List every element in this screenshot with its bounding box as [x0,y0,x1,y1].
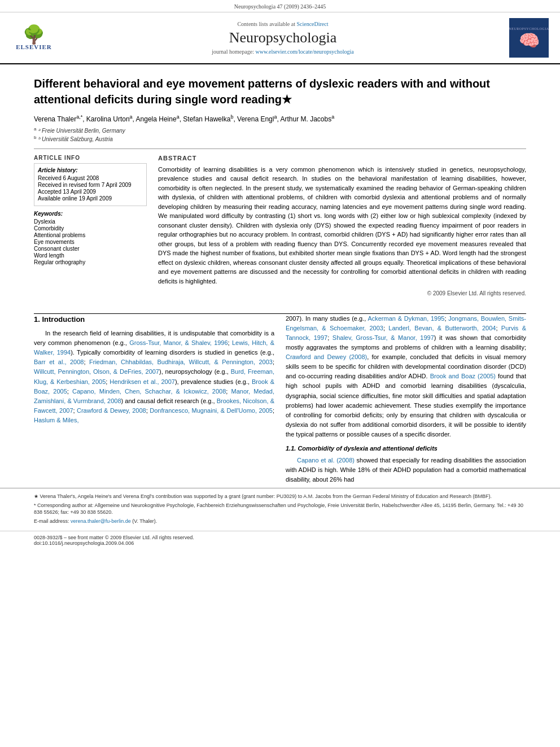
abstract-title: ABSTRACT [158,155,526,161]
journal-header: 🌳 ELSEVIER Contents lists available at S… [0,12,560,64]
accepted-date: Accepted 13 April 2009 [38,189,143,195]
history-title: Article history: [38,167,143,173]
ref-friedman[interactable]: Friedman, Chhabildas, Budhiraja, Willcut… [89,359,273,365]
sciencedirect-label: Contents lists available at [237,21,295,27]
article-info-title: ARTICLE INFO [34,155,147,161]
ref-willcutt[interactable]: Willcutt, Pennington, Olson, & DeFries, … [34,368,159,375]
abstract-text: Comorbidity of learning disabilities is … [158,165,526,286]
footnotes-section: ★ Verena Thaler's, Angela Heine's and Ve… [0,488,560,531]
authors-line: Verena Thalera,*, Karolina Urtona, Angel… [34,114,526,123]
ref-landerl[interactable]: Landerl, Bevan, & Butterworth, 2004 [388,325,496,331]
journal-url-line: journal homepage: www.elsevier.com/locat… [56,49,509,55]
elsevier-wordmark: ELSEVIER [16,43,52,50]
journal-title: Neuropsychologia [56,29,509,46]
ref-shalev[interactable]: Shalev, Gross-Tsur, & Manor, 1997 [333,334,434,341]
paper-content: Different behavioral and eye movement pa… [0,64,560,313]
ref-gross-tsur[interactable]: Gross-Tsur, Manor, & Shalev, 1996 [129,339,228,346]
email-footnote: E-mail address: verena.thaler@fu-berlin.… [34,518,526,525]
ref-brook-boaz[interactable]: Brook and Boaz (2005) [430,373,496,379]
affil-b-text: ᵇ Universität Salzburg, Austria [38,137,113,143]
sciencedirect-link[interactable]: ScienceDirect [296,21,328,27]
page: Neuropsychologia 47 (2009) 2436–2445 🌳 E… [0,0,560,747]
keyword-3: Attentional problems [34,232,147,238]
body-left-col: 1. Introduction In the research field of… [34,314,274,488]
brain-icon: 🧠 [519,30,540,50]
sciencedirect-line: Contents lists available at ScienceDirec… [56,21,509,27]
elsevier-logo: 🌳 ELSEVIER [11,25,56,50]
affil-a-text: ᵃ Freie Universität Berlin, Germany [38,128,125,134]
article-history-box: Article history: Received 6 August 2008 … [34,163,147,206]
subsec-para-1: Capano et al. (2008) showed that especia… [286,456,526,484]
subsection-1-1-title: 1.1. Comorbidity of dyslexia and attenti… [286,444,526,453]
info-abstract-section: ARTICLE INFO Article history: Received 6… [34,155,526,297]
star-footnote: ★ Verena Thaler's, Angela Heine's and Ve… [34,493,526,500]
keyword-2: Comorbidity [34,225,147,231]
citation-bar: Neuropsychologia 47 (2009) 2436–2445 [0,0,560,12]
ref-capano[interactable]: Capano, Minden, Chen, Schachar, & Ickowi… [72,388,226,395]
body-columns: 1. Introduction In the research field of… [34,314,526,488]
affiliation-a: a ᵃ Freie Universität Berlin, Germany [34,126,526,134]
intro-para-1: In the research field of learning disabi… [34,329,274,425]
ref-donfrancesco[interactable]: Donfrancesco, Mugnaini, & Dell'Uomo, 200… [150,407,273,414]
keyword-1: Dyslexia [34,219,147,225]
main-content: 1. Introduction In the research field of… [0,314,560,488]
affiliation-b: b ᵇ Universität Salzburg, Austria [34,135,526,142]
journal-url-link[interactable]: www.elsevier.com/locate/neuropsychologia [255,49,353,55]
journal-url-label: journal homepage: [212,49,254,55]
revised-date: Received in revised form 7 April 2009 [38,182,143,188]
keyword-7: Regular orthography [34,259,147,265]
body-right-col: 2007). In many studies (e.g., Ackerman &… [286,314,526,488]
ref-crawford-dewey[interactable]: Crawford and Dewey (2008) [286,353,367,360]
ref-capano2[interactable]: Capano et al. (2008) [297,457,355,464]
keyword-5: Consonant cluster [34,246,147,252]
ref-crawford[interactable]: Crawford & Dewey, 2008 [77,407,146,414]
tree-icon: 🌳 [23,25,45,43]
abstract-col: ABSTRACT Comorbidity of learning disabil… [158,155,526,297]
keyword-4: Eye movements [34,239,147,245]
logo-top-text: NEUROPSYCHOLOGIA [508,26,550,30]
received-date: Received 6 August 2008 [38,175,143,181]
doi-line: doi:10.1016/j.neuropsychologia.2009.04.0… [34,540,526,546]
section-1-title: 1. Introduction [34,314,274,325]
keywords-title: Keywords: [34,211,147,217]
ref-hendriksen[interactable]: Hendriksen et al., 2007 [110,378,175,385]
keywords-box: Keywords: Dyslexia Comorbidity Attention… [34,211,147,265]
copyright-line: © 2009 Elsevier Ltd. All rights reserved… [158,290,526,296]
email-link[interactable]: verena.thaler@fu-berlin.de [71,518,131,524]
ref-haslum[interactable]: Haslum & Miles, [34,417,78,423]
available-date: Available online 19 April 2009 [38,195,143,202]
keyword-6: Word length [34,252,147,259]
ref-ackerman[interactable]: Ackerman & Dykman, 1995 [368,315,444,322]
journal-info-center: Contents lists available at ScienceDirec… [56,21,509,55]
issn-line: 0028-3932/$ – see front matter © 2009 El… [34,535,526,540]
journal-logo-right: NEUROPSYCHOLOGIA 🧠 [509,18,549,58]
ref-barr[interactable]: Barr et al., 2008 [34,359,84,365]
intro-para-2: 2007). In many studies (e.g., Ackerman &… [286,314,526,439]
asterisk-footnote: * Corresponding author at: Allgemeine un… [34,502,526,516]
divider-1 [34,148,526,149]
bottom-bar: 0028-3932/$ – see front matter © 2009 El… [0,531,560,549]
article-title: Different behavioral and eye movement pa… [34,76,526,107]
citation-text: Neuropsychologia 47 (2009) 2436–2445 [234,3,326,10]
article-info-col: ARTICLE INFO Article history: Received 6… [34,155,147,297]
